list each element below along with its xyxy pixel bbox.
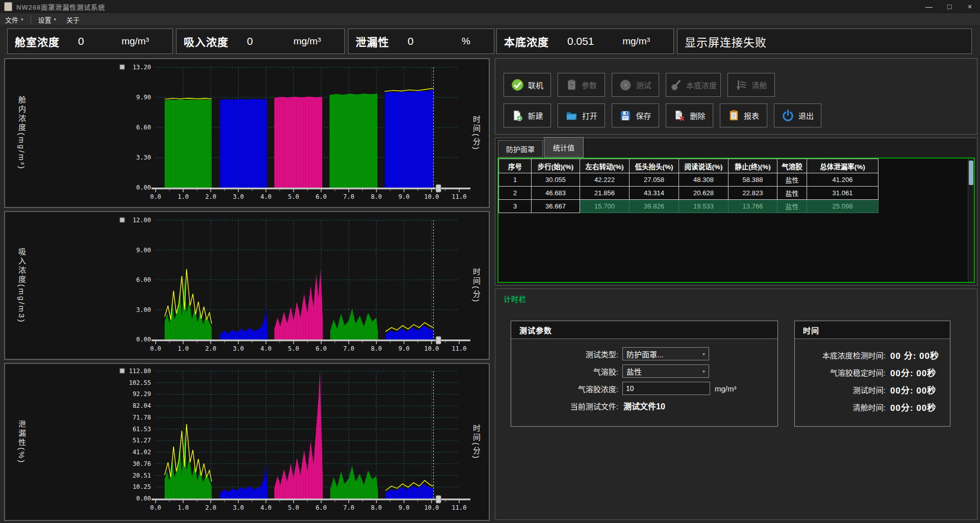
table-cell[interactable]: 盐性	[777, 187, 807, 200]
time-value: 00分: 00秒	[890, 383, 936, 396]
inhaled-concentration-graph[interactable]: 0.01.02.03.04.05.06.07.08.09.010.011.012…	[5, 212, 489, 359]
parameters-button[interactable]: ? 参数	[558, 73, 605, 97]
readout-value: 0.051	[567, 35, 594, 47]
test-button[interactable]: 测试	[612, 73, 659, 97]
svg-text:3.0: 3.0	[233, 345, 244, 352]
svg-text:3.30: 3.30	[136, 154, 151, 161]
table-cell[interactable]: 58.388	[728, 173, 777, 187]
minimize-button[interactable]: —	[919, 0, 939, 13]
scrollbar-thumb[interactable]	[969, 161, 973, 185]
chevron-down-icon: ▾	[54, 17, 57, 22]
leakage-readout: 泄漏性 0 %	[348, 29, 494, 54]
svg-text:6.0: 6.0	[316, 193, 327, 200]
svg-text:11.0: 11.0	[452, 345, 467, 352]
svg-text:30.76: 30.76	[133, 460, 151, 467]
table-cell[interactable]: 27.058	[630, 173, 679, 187]
results-panel: 防护面罩 统计值 序号步行(始)(%)左右转动(%)低头抬头(%)阅读说话(%)…	[495, 138, 977, 285]
aerosol-concentration-input[interactable]	[622, 382, 710, 395]
current-test-file-label: 当前测试文件:	[511, 401, 618, 411]
cabin-concentration-graph[interactable]: 0.01.02.03.04.05.06.07.08.09.010.011.013…	[5, 59, 489, 207]
table-cell[interactable]: 43.314	[630, 187, 679, 200]
clipboard-question-icon: ?	[566, 79, 577, 91]
time-value: 00分: 00秒	[890, 401, 936, 413]
svg-text:7.0: 7.0	[343, 193, 355, 200]
purge-chamber-button[interactable]: 清舱	[727, 73, 775, 97]
svg-text:7.0: 7.0	[343, 504, 355, 511]
table-row[interactable]: 336.66715.70039.82619.53313.766盐性25.098	[499, 200, 878, 213]
close-button[interactable]: ×	[960, 0, 980, 13]
connect-button[interactable]: 联机	[504, 73, 551, 97]
table-cell[interactable]: 30.055	[532, 173, 580, 187]
aerosol-concentration-label: 气溶胶浓度:	[511, 383, 618, 394]
table-cell[interactable]: 41.206	[807, 173, 878, 187]
test-type-label: 测试类型:	[511, 349, 618, 359]
table-cell[interactable]: 19.533	[679, 200, 728, 213]
table-cell[interactable]: 46.683	[532, 187, 580, 200]
svg-text:4.0: 4.0	[261, 193, 272, 200]
probe-icon	[670, 79, 682, 91]
svg-text:41.02: 41.02	[133, 449, 151, 456]
svg-text:6.60: 6.60	[136, 124, 151, 131]
delete-button[interactable]: 删除	[666, 103, 713, 127]
tab-protective-mask[interactable]: 防护面罩	[498, 140, 543, 158]
svg-text:7.0: 7.0	[343, 345, 355, 352]
table-cell[interactable]: 1	[499, 173, 532, 187]
menu-settings[interactable]: 设置 ▾	[33, 13, 62, 25]
svg-text:6.00: 6.00	[136, 276, 151, 283]
table-cell[interactable]: 42.222	[580, 173, 630, 187]
table-cell[interactable]: 13.766	[728, 200, 777, 213]
column-header: 静止(终)(%)	[728, 159, 777, 173]
readout-value: 0	[408, 35, 414, 47]
table-row[interactable]: 246.68321.85643.31420.62822.823盐性31.061	[499, 187, 878, 200]
svg-text:0.00: 0.00	[136, 336, 151, 343]
maximize-button[interactable]: □	[939, 0, 960, 13]
table-cell[interactable]: 15.700	[580, 200, 630, 213]
test-type-dropdown[interactable]: 防护面罩... ▾	[622, 347, 709, 360]
panel-title: 时间	[795, 321, 950, 339]
table-cell[interactable]: 3	[499, 200, 532, 213]
time-row: 本底浓度检测时间:00 分: 00秒	[795, 346, 950, 363]
chevron-down-icon: ▾	[21, 17, 23, 22]
check-circle-icon	[511, 79, 524, 91]
table-cell[interactable]: 盐性	[777, 173, 807, 187]
menu-about[interactable]: 关于	[61, 13, 85, 25]
table-cell[interactable]: 2	[499, 187, 532, 200]
current-test-file-value: 测试文件10	[623, 400, 665, 412]
table-cell[interactable]: 25.098	[807, 200, 878, 213]
table-scrollbar[interactable]	[968, 159, 974, 282]
table-cell[interactable]: 22.823	[728, 187, 777, 200]
readout-unit: mg/m³	[121, 36, 149, 47]
svg-text:4.0: 4.0	[261, 345, 272, 352]
svg-text:13.20: 13.20	[133, 64, 151, 71]
save-button[interactable]: 保存	[612, 103, 659, 127]
table-cell[interactable]: 盐性	[777, 200, 807, 213]
svg-text:6.0: 6.0	[316, 345, 327, 352]
svg-text:12.00: 12.00	[133, 217, 151, 224]
svg-text:2.0: 2.0	[205, 193, 216, 200]
table-row[interactable]: 130.05542.22227.05848.30858.388盐性41.206	[499, 173, 878, 187]
exit-button[interactable]: 退出	[774, 103, 821, 127]
svg-text:9.90: 9.90	[136, 94, 151, 101]
tab-statistics[interactable]: 统计值	[544, 137, 584, 158]
report-button[interactable]: 报表	[720, 103, 767, 127]
readout-value: 0	[247, 35, 253, 47]
table-cell[interactable]: 31.061	[807, 187, 878, 200]
new-button[interactable]: 新建	[504, 103, 551, 127]
table-cell[interactable]: 36.667	[532, 200, 580, 213]
open-button[interactable]: 打开	[558, 103, 605, 127]
svg-text:4.0: 4.0	[261, 504, 272, 511]
table-cell[interactable]: 48.308	[679, 173, 728, 187]
background-concentration-button[interactable]: 本底浓度	[666, 73, 721, 97]
purge-fan-icon	[735, 79, 747, 91]
svg-text:8.0: 8.0	[371, 345, 382, 352]
table-cell[interactable]: 21.856	[580, 187, 630, 200]
leakage-graph[interactable]: 0.01.02.03.04.05.06.07.08.09.010.011.011…	[5, 364, 489, 520]
table-cell[interactable]: 20.628	[679, 187, 728, 200]
svg-text:0.0: 0.0	[150, 504, 161, 511]
table-cell[interactable]: 39.826	[630, 200, 679, 213]
readout-unit: mg/m³	[622, 36, 650, 47]
aerosol-dropdown[interactable]: 盐性 ▾	[622, 364, 709, 378]
play-circle-icon	[619, 79, 632, 91]
menu-file[interactable]: 文件 ▾	[0, 13, 29, 25]
svg-text:10.0: 10.0	[424, 504, 439, 511]
